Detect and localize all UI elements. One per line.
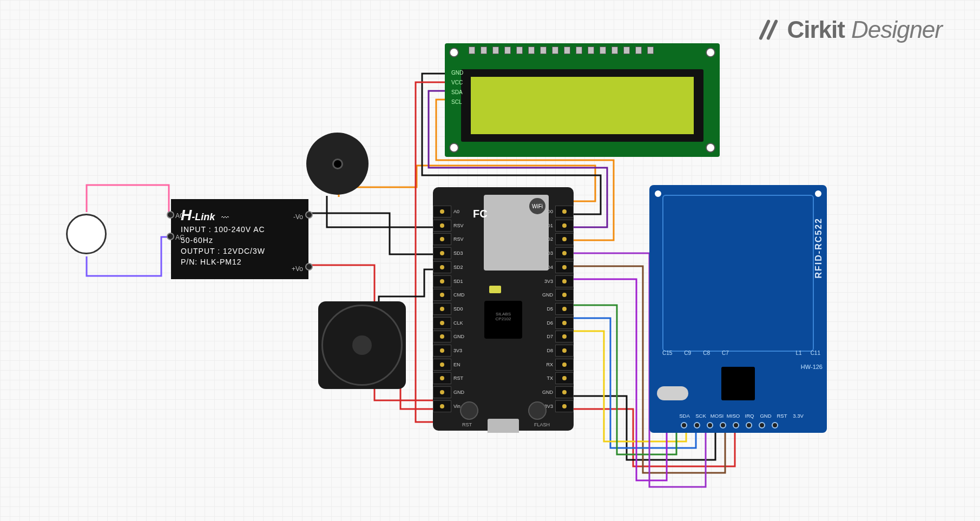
lcd-pin-gnd: GND	[451, 69, 463, 77]
hlk-vplus-label: +Vo	[292, 265, 303, 273]
flash-button[interactable]	[528, 401, 547, 420]
brand-suffix: Designer	[851, 16, 942, 43]
chip-partno: CP2102	[496, 316, 511, 321]
reset-button[interactable]	[460, 401, 478, 420]
lcd-glass	[471, 77, 694, 134]
lcd-1602-i2c: GND VCC SDA SCL	[445, 43, 720, 157]
fan-hub-icon	[352, 335, 372, 355]
wire-12v-gnd	[311, 213, 433, 254]
lcd-pin-scl: SCL	[451, 98, 463, 106]
nodemcu-right-header	[555, 206, 574, 412]
lcd-i2c-pin-labels: GND VCC SDA SCL	[451, 69, 463, 106]
wire-buzzer-gnd	[327, 196, 433, 227]
hlk-pad-ac1	[167, 211, 174, 219]
rfid-cap-labels-left: C15C9 C8C7	[662, 350, 729, 356]
lcd-parallel-pins	[469, 47, 654, 54]
hlk-ac-label-2: AC	[175, 234, 185, 241]
lcd-pin-vcc: VCC	[451, 79, 463, 87]
lcd-hole-icon	[449, 143, 459, 153]
reset-label: RST	[462, 422, 472, 427]
dc-fan	[318, 301, 406, 389]
hlk-wave-icon: 〰︎	[221, 213, 229, 222]
hlk-pm12-module: AC AC -Vo +Vo H-Link 〰︎ INPUT : 100-240V…	[171, 199, 308, 279]
rfid-hole-icon	[814, 189, 823, 198]
micro-usb-port-icon	[488, 419, 519, 433]
lcd-hole-icon	[706, 143, 715, 153]
logo-mark-icon	[759, 19, 780, 41]
esp8266-shield: WiFi	[484, 195, 549, 271]
rc522-ic-icon	[721, 367, 755, 400]
hlk-ac-label-1: AC	[175, 212, 185, 220]
rfid-hole-icon	[654, 189, 662, 198]
rfid-coil-trace-icon	[662, 195, 814, 352]
rfid-model-label: RFID-RC522	[814, 217, 824, 278]
lcd-hole-icon	[706, 48, 715, 57]
nodemcu-left-header	[433, 206, 451, 412]
lcd-pin-sda: SDA	[451, 89, 463, 96]
brand-name: Cirkit	[787, 16, 844, 43]
wire-fan-gnd	[379, 269, 433, 304]
ac-source	[66, 214, 107, 254]
usb-uart-chip: SILABS CP2102	[484, 301, 522, 339]
nodemcu-esp8266: A0RSVRSV SD3SD2SD1 CMDSD0CLK GND3V3EN RS…	[433, 187, 574, 431]
hlk-part-number: P/N: HLK-PM12	[181, 256, 299, 267]
hlk-pad-vplus	[305, 263, 313, 271]
rfid-ind-labels-right: L1C11	[796, 350, 820, 356]
rfid-pin-labels: SDASCK MOSIMISO IRQGND RST3.3V	[678, 413, 805, 419]
hlk-output-spec: OUTPUT : 12VDC/3W	[181, 246, 299, 256]
hlk-logo-link: -Link	[192, 212, 215, 222]
fcc-logo-icon: FC	[473, 208, 488, 220]
hlk-freq-spec: 50-60Hz	[181, 235, 299, 246]
hlk-input-spec: INPUT : 100-240V AC	[181, 224, 299, 235]
crystal-oscillator-icon	[657, 386, 688, 400]
app-logo: Cirkit Designer	[759, 16, 942, 43]
hlk-pad-ac2	[167, 233, 174, 240]
piezo-buzzer	[306, 133, 369, 195]
wifi-badge-icon: WiFi	[529, 198, 545, 214]
rfid-rc522-module: RFID-RC522 HW-126 C15C9 C8C7 L1C11 SDASC…	[649, 185, 827, 433]
flash-label: FLASH	[534, 422, 550, 427]
wire-ac-live	[87, 185, 169, 214]
rfid-header	[681, 422, 778, 428]
hlk-pad-vminus	[305, 211, 313, 219]
chip-vendor: SILABS	[496, 312, 511, 316]
rfid-hw-rev: HW-126	[801, 364, 823, 370]
nodemcu-pins-left-labels: A0RSVRSV SD3SD2SD1 CMDSD0CLK GND3V3EN RS…	[453, 206, 468, 412]
nodemcu-led-icon	[489, 286, 501, 293]
hlk-vminus-label: -Vo	[293, 213, 303, 221]
lcd-hole-icon	[449, 48, 459, 57]
